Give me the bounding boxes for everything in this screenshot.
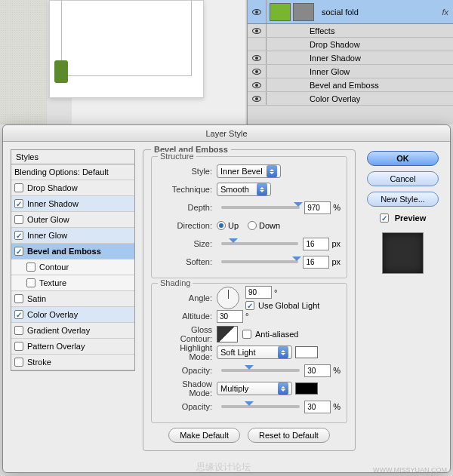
blending-options-item[interactable]: Blending Options: Default [11, 164, 134, 180]
settings-column: Bevel and Emboss Structure Style: Inner … [143, 149, 356, 465]
style-item-bevel-and-emboss[interactable]: Bevel and Emboss [11, 244, 134, 259]
style-item-gradient-overlay[interactable]: Gradient Overlay [11, 323, 134, 339]
reset-default-button[interactable]: Reset to Default [248, 428, 330, 443]
layers-panel: social fold fx Effects Drop Shadow Inner… [247, 0, 453, 124]
style-item-label: Contour [39, 263, 69, 272]
shadow-color-swatch[interactable] [295, 382, 318, 395]
style-select[interactable]: Inner Bevel [217, 164, 281, 178]
layer-name[interactable]: social fold [317, 8, 442, 17]
depth-input[interactable] [304, 201, 331, 214]
style-item-texture[interactable]: Texture [11, 275, 134, 291]
direction-up-radio[interactable] [217, 221, 226, 230]
watermark-text: 思缘设计论坛 [196, 461, 251, 474]
new-style-button[interactable]: New Style... [367, 192, 439, 207]
style-item-label: Bevel and Emboss [27, 247, 101, 256]
layer-row-social-fold[interactable]: social fold fx [248, 0, 453, 24]
soften-input[interactable] [303, 256, 329, 269]
style-item-contour[interactable]: Contour [11, 259, 134, 275]
style-checkbox[interactable] [14, 326, 23, 335]
style-checkbox[interactable] [14, 215, 23, 224]
green-shape [54, 60, 68, 83]
cancel-button[interactable]: Cancel [367, 171, 439, 186]
visibility-icon[interactable] [252, 82, 261, 88]
angle-input[interactable] [245, 286, 272, 299]
style-checkbox[interactable] [26, 278, 35, 287]
styles-list: Blending Options: Default Drop ShadowInn… [11, 164, 135, 371]
global-light-checkbox[interactable] [245, 301, 254, 310]
style-item-label: Drop Shadow [27, 183, 78, 192]
soften-slider[interactable] [221, 260, 298, 263]
highlight-opacity-input[interactable] [304, 364, 331, 377]
style-item-label: Color Overlay [27, 310, 78, 319]
visibility-icon[interactable] [252, 55, 261, 61]
visibility-icon[interactable] [252, 69, 261, 75]
altitude-input[interactable] [217, 310, 243, 323]
visibility-icon[interactable] [252, 9, 261, 15]
style-checkbox[interactable] [14, 294, 23, 303]
style-checkbox[interactable] [14, 247, 23, 256]
style-item-satin[interactable]: Satin [11, 291, 134, 307]
style-checkbox[interactable] [26, 263, 35, 272]
highlight-color-swatch[interactable] [295, 346, 318, 358]
technique-select[interactable]: Smooth [217, 183, 271, 196]
fx-badge[interactable]: fx [442, 8, 453, 17]
style-checkbox[interactable] [14, 199, 23, 208]
style-item-inner-glow[interactable]: Inner Glow [11, 228, 134, 244]
effects-header-row[interactable]: Effects [248, 24, 453, 38]
size-input[interactable] [303, 238, 329, 250]
style-item-drop-shadow[interactable]: Drop Shadow [11, 180, 134, 196]
make-default-button[interactable]: Make Default [168, 428, 240, 443]
size-slider[interactable] [221, 242, 298, 245]
effect-row-inner-glow[interactable]: Inner Glow [248, 65, 453, 78]
dropdown-arrows-icon [267, 165, 277, 177]
style-item-label: Satin [27, 294, 46, 303]
shadow-opacity-input[interactable] [304, 401, 331, 413]
effect-row-color-overlay[interactable]: Color Overlay [248, 92, 453, 106]
highlight-opacity-slider[interactable] [221, 369, 300, 372]
angle-dial[interactable] [217, 287, 239, 309]
style-item-color-overlay[interactable]: Color Overlay [11, 307, 134, 323]
watermark-url: WWW.MISSYUAN.COM [373, 466, 447, 474]
effect-row-bevel-emboss[interactable]: Bevel and Emboss [248, 78, 453, 92]
layer-thumbnail[interactable] [270, 3, 291, 21]
ok-button[interactable]: OK [367, 151, 439, 166]
styles-header[interactable]: Styles [11, 149, 135, 164]
dropdown-arrows-icon [278, 382, 288, 395]
bevel-emboss-fieldset: Bevel and Emboss Structure Style: Inner … [143, 149, 356, 451]
style-item-outer-glow[interactable]: Outer Glow [11, 212, 134, 228]
style-checkbox[interactable] [14, 231, 23, 240]
visibility-icon[interactable] [252, 96, 261, 102]
dialog-right-column: OK Cancel New Style... Preview [363, 149, 442, 465]
structure-group: Structure Style: Inner Bevel Technique: … [151, 156, 347, 278]
style-item-label: Outer Glow [27, 215, 69, 224]
style-item-label: Inner Glow [27, 231, 67, 240]
style-checkbox[interactable] [14, 358, 23, 367]
style-item-label: Texture [39, 278, 66, 287]
shadow-opacity-slider[interactable] [221, 405, 300, 408]
style-item-label: Gradient Overlay [27, 326, 90, 335]
shading-group: Shading Angle: ° Use Global Light [151, 283, 347, 423]
visibility-icon[interactable] [252, 28, 261, 34]
depth-slider[interactable] [221, 206, 300, 209]
shadow-mode-select[interactable]: Multiply [217, 382, 292, 395]
style-checkbox[interactable] [14, 183, 23, 192]
direction-down-radio[interactable] [248, 221, 257, 230]
style-item-stroke[interactable]: Stroke [11, 355, 134, 370]
dropdown-arrows-icon [257, 183, 267, 195]
effect-row-drop-shadow[interactable]: Drop Shadow [248, 38, 453, 51]
layer-mask-thumbnail[interactable] [293, 3, 314, 21]
style-checkbox[interactable] [14, 342, 23, 351]
canvas-texture [0, 0, 47, 124]
styles-column: Styles Blending Options: Default Drop Sh… [11, 149, 135, 465]
style-checkbox[interactable] [14, 310, 23, 319]
highlight-mode-select[interactable]: Soft Light [217, 345, 292, 359]
dialog-titlebar[interactable]: Layer Style [3, 125, 450, 142]
dropdown-arrows-icon [278, 346, 288, 358]
style-item-pattern-overlay[interactable]: Pattern Overlay [11, 339, 134, 355]
preview-checkbox[interactable] [380, 213, 389, 223]
anti-aliased-checkbox[interactable] [242, 330, 251, 339]
gloss-contour-picker[interactable] [217, 326, 238, 342]
style-item-inner-shadow[interactable]: Inner Shadow [11, 196, 134, 212]
style-item-label: Pattern Overlay [27, 342, 85, 351]
effect-row-inner-shadow[interactable]: Inner Shadow [248, 51, 453, 65]
